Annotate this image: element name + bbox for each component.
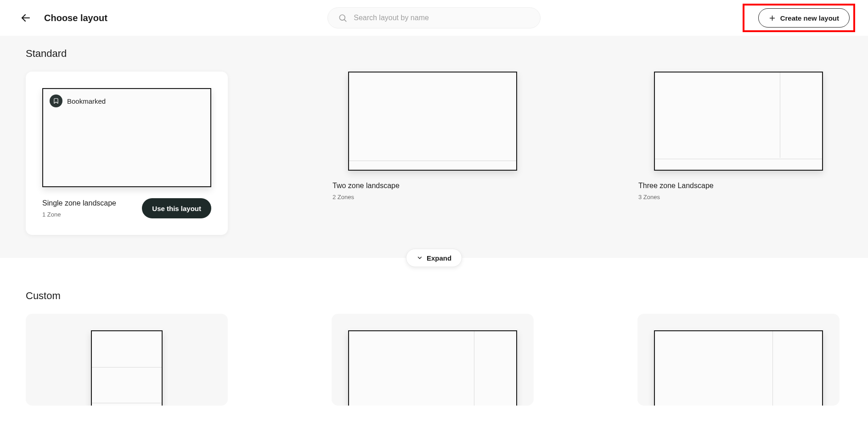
card-meta: Two zone landscape 2 Zones [333,182,400,200]
use-layout-button[interactable]: Use this layout [142,198,211,218]
search-field[interactable] [327,7,541,28]
zone-divider [780,72,780,158]
custom-grid [26,314,842,406]
expand-button[interactable]: Expand [406,249,462,267]
search-input[interactable] [354,14,530,22]
card-footer: Two zone landscape 2 Zones [332,182,534,200]
card-meta: Single zone landscape 1 Zone [42,199,116,218]
chevron-down-icon [417,255,423,261]
search-icon [338,13,347,23]
card-footer: Single zone landscape 1 Zone Use this la… [42,198,211,218]
layout-card-custom-1[interactable] [26,314,228,406]
custom-section: Custom [0,258,868,423]
create-button-label: Create new layout [780,14,839,22]
card-meta: Three zone Landscape 3 Zones [638,182,714,200]
layout-card-custom-3[interactable] [637,314,840,406]
back-button[interactable] [18,11,33,25]
card-footer: Three zone Landscape 3 Zones [637,182,840,200]
layout-card-three-zone[interactable]: Three zone Landscape 3 Zones [637,72,840,235]
layout-preview [654,72,823,171]
use-button-label: Use this layout [152,205,201,212]
zone-divider [92,403,162,403]
bookmark-label: Bookmarked [67,97,106,105]
layout-name: Single zone landscape [42,199,116,207]
section-title-custom: Custom [26,290,842,302]
create-new-layout-button[interactable]: Create new layout [758,8,850,28]
header-bar: Choose layout Create new layout [0,0,868,36]
zone-divider [772,331,773,406]
layout-preview: Bookmarked [42,88,211,187]
arrow-left-icon [20,12,31,23]
section-title-standard: Standard [26,48,842,60]
zone-divider [655,159,822,159]
standard-grid: Bookmarked Single zone landscape 1 Zone … [26,72,842,235]
zone-divider [474,331,474,406]
layout-name: Three zone Landscape [638,182,714,190]
layout-card-single-zone[interactable]: Bookmarked Single zone landscape 1 Zone … [26,72,228,235]
bookmark-badge: Bookmarked [50,95,106,107]
layout-zones: 1 Zone [42,211,116,218]
layout-preview [348,330,517,406]
layout-card-two-zone[interactable]: Two zone landscape 2 Zones [332,72,534,235]
zone-divider [92,367,162,367]
bookmark-icon [50,95,62,107]
svg-line-2 [344,20,346,22]
search-container [327,7,541,28]
header-actions: Create new layout [758,8,850,28]
layout-name: Two zone landscape [333,182,400,190]
layout-preview [654,330,823,406]
page-title: Choose layout [44,13,107,23]
plus-icon [769,15,776,22]
zone-divider [349,161,516,161]
layout-zones: 2 Zones [333,194,400,200]
layout-preview [91,330,163,406]
layout-card-custom-2[interactable] [332,314,534,406]
expand-label: Expand [427,254,451,262]
expand-container: Expand [406,249,462,267]
standard-section: Standard Bookmarked Single zone landscap… [0,36,868,258]
layout-preview [348,72,517,171]
layout-zones: 3 Zones [638,194,714,200]
